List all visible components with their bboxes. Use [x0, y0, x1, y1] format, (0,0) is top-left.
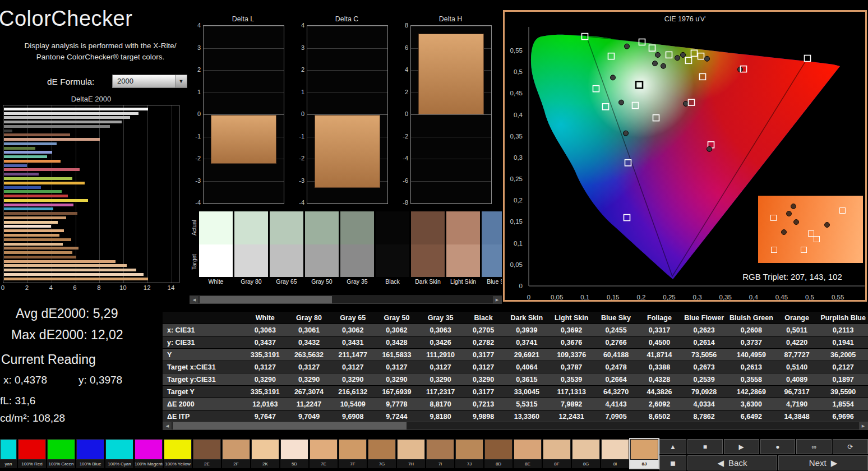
deltae-bar-7g	[4, 238, 71, 241]
table-cell: 33,0045	[505, 386, 550, 398]
swatch-gray-65[interactable]: Gray 65	[270, 211, 303, 295]
table-cell: 0,2614	[681, 336, 727, 349]
patch-label: 8G	[572, 460, 600, 468]
cie-plot: RGB Triplet: 207, 143, 102	[526, 27, 865, 287]
table-row-label: Target x:CIE31	[163, 361, 243, 373]
patch-8j[interactable]: 8J	[630, 439, 658, 468]
scrollbar-thumb[interactable]	[200, 296, 332, 303]
play-button[interactable]: ▶	[724, 439, 759, 454]
swatch-blue-sky[interactable]: Blue Sky	[482, 211, 502, 295]
patch-7f[interactable]: 7F	[339, 439, 367, 468]
table-row: x: CIE310,30630,30610,30620,30620,30630,…	[163, 324, 868, 336]
swatch-scrollbar[interactable]: ◀ ▶	[190, 295, 502, 304]
table-scrollbar[interactable]: ◀ ▶	[163, 422, 868, 430]
scroll-left-button[interactable]: ◀	[190, 296, 198, 303]
de-formula-dropdown[interactable]: 2000 ▼	[112, 75, 187, 88]
patch-yan[interactable]: yan	[0, 439, 17, 468]
table-cell: 8,6502	[638, 410, 681, 423]
swatch-gray-50[interactable]: Gray 50	[305, 211, 339, 295]
patch-100-red[interactable]: 100% Red	[18, 439, 46, 468]
table-cell: 0,3437	[243, 336, 287, 349]
swatch-light-skin[interactable]: Light Skin	[446, 211, 480, 295]
page-title: ColorChecker	[0, 7, 132, 31]
tick-label: 0,15	[506, 218, 523, 225]
tick-label: 0	[296, 110, 304, 117]
table-cell: 0,3127	[287, 361, 331, 373]
patch-color	[222, 439, 250, 460]
back-button[interactable]: ◀ Back	[687, 455, 777, 470]
swatch-gray-35[interactable]: Gray 35	[340, 211, 374, 295]
swatch-label: Blue Sky	[482, 277, 502, 286]
gridline	[204, 70, 284, 71]
patch-color	[105, 439, 133, 460]
gridline	[411, 159, 491, 159]
scroll-right-button[interactable]: ▶	[493, 296, 501, 303]
patch-7h[interactable]: 7H	[397, 439, 425, 468]
patch-100-blue[interactable]: 100% Blue	[76, 439, 104, 468]
cie-panel: CIE 1976 u'v'	[503, 10, 867, 302]
patch-8d[interactable]: 8D	[484, 439, 513, 468]
stop-button[interactable]: ■	[687, 439, 723, 454]
scrollbar-thumb[interactable]	[173, 422, 407, 430]
gridline	[307, 93, 387, 93]
loop-button[interactable]: ∞	[796, 439, 832, 454]
swatch-gray-80[interactable]: Gray 80	[234, 211, 268, 295]
fullscreen-button[interactable]: ◼	[659, 455, 686, 470]
table-cell: 7,9892	[549, 398, 594, 410]
eject-button[interactable]: ▲	[659, 439, 686, 454]
table-cell: 44,3826	[638, 386, 681, 398]
patch-8e[interactable]: 8E	[514, 439, 542, 468]
patch-100-green[interactable]: 100% Green	[47, 439, 75, 468]
patch-7g[interactable]: 7G	[368, 439, 396, 468]
scroll-right-button[interactable]: ▶	[859, 422, 867, 430]
patch-color	[630, 439, 658, 460]
patch-8i[interactable]: 8I	[601, 439, 629, 468]
patch-2k[interactable]: 2K	[251, 439, 279, 468]
actual-row-label: Actual	[190, 211, 198, 244]
patch-5d[interactable]: 5D	[280, 439, 308, 468]
patch-8g[interactable]: 8G	[572, 439, 600, 468]
patch-7j[interactable]: 7J	[455, 439, 483, 468]
patch-color	[76, 439, 104, 460]
table-cell: 0,3290	[331, 373, 375, 386]
tick-label: 8	[97, 284, 100, 291]
patch-100-magenta[interactable]: 100% Magenta	[135, 439, 163, 468]
next-button[interactable]: Next ▶	[778, 455, 868, 470]
record-button[interactable]: ●	[760, 439, 796, 454]
swatch-white[interactable]: White	[199, 211, 233, 295]
patch-2e[interactable]: 2E	[193, 439, 221, 468]
table-cell: 0,4500	[638, 336, 681, 349]
gridline	[307, 48, 387, 49]
table-header-cell: White	[243, 312, 287, 324]
delta-l-bar	[211, 115, 276, 164]
patch-2f[interactable]: 2F	[222, 439, 250, 468]
patch-100-cyan[interactable]: 100% Cyan	[105, 439, 133, 468]
swatch-actual	[446, 211, 480, 244]
patch-7i[interactable]: 7I	[426, 439, 454, 468]
deltae-bar-yellow-green	[4, 177, 72, 180]
patch-label: 100% Blue	[76, 460, 104, 468]
patch-8f[interactable]: 8F	[543, 439, 571, 468]
patch-100-yellow[interactable]: 100% Yellow	[164, 439, 192, 468]
scroll-left-button[interactable]: ◀	[163, 422, 172, 430]
deltae-bar-7i	[4, 247, 79, 250]
delta-c-plot	[307, 25, 388, 204]
scrollbar-track[interactable]	[198, 296, 493, 303]
patch-7e[interactable]: 7E	[310, 439, 338, 468]
table-cell: 0,2127	[818, 361, 868, 373]
description: Display analysis is performed with the X…	[8, 40, 193, 62]
swatch-dark-skin[interactable]: Dark Skin	[411, 211, 445, 295]
cie-marker	[824, 222, 830, 228]
gridline	[307, 70, 387, 71]
chevron-down-icon[interactable]: ▼	[175, 75, 187, 87]
table-row-label: ΔE 2000	[163, 398, 243, 410]
swatch-black[interactable]: Black	[376, 211, 409, 295]
table-cell: 0,2113	[818, 324, 868, 336]
scrollbar-track[interactable]	[172, 422, 859, 430]
table-cell: 0,3939	[505, 324, 550, 336]
refresh-button[interactable]: ⟳	[833, 439, 868, 454]
table-cell: 0,3432	[287, 336, 331, 349]
deltae-chart	[3, 105, 179, 283]
table-cell: 0,3676	[549, 336, 594, 349]
table-cell: 0,3127	[463, 361, 505, 373]
